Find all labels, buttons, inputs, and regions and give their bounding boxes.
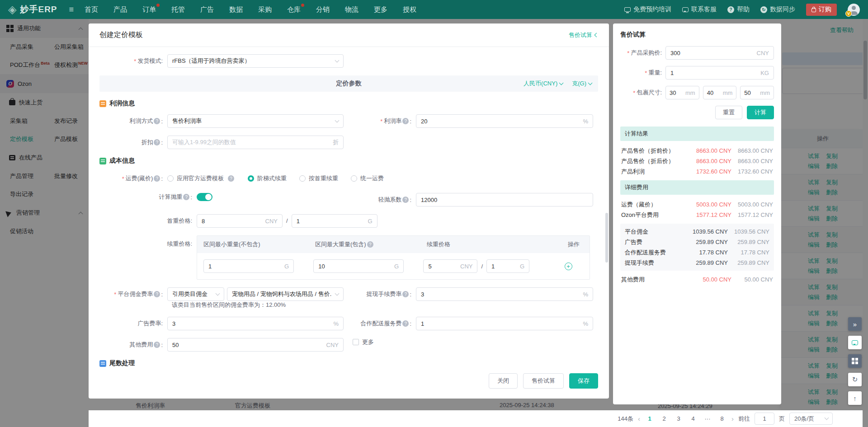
package-width-input[interactable]: 40mm xyxy=(703,86,737,99)
page-number[interactable]: 1 xyxy=(645,415,655,422)
help-link[interactable]: ?帮助 xyxy=(727,5,750,14)
weight-unit-select[interactable]: 克(G) xyxy=(572,80,592,88)
discount-input[interactable]: 可输入1-9.99之间的数值折 xyxy=(167,136,344,149)
nav-purchase[interactable]: 采购 xyxy=(258,5,272,14)
first-weight-price-input[interactable]: 8CNY xyxy=(197,214,283,228)
freight-option-tiered[interactable]: 阶梯式续重 xyxy=(248,174,287,183)
first-weight-amount-input[interactable]: 1G xyxy=(292,214,377,228)
refresh-button[interactable]: ↻ xyxy=(848,373,862,386)
help-icon[interactable]: ? xyxy=(154,175,160,182)
package-height-input[interactable]: 50mm xyxy=(740,86,774,99)
withdraw-rate-input[interactable]: 3% xyxy=(416,287,593,301)
commission-category-select[interactable]: 宠物用品 / 宠物饲料与农场用品 / 售价... xyxy=(227,287,344,301)
nav-authorization[interactable]: 授权 xyxy=(403,5,416,14)
prev-page-button[interactable]: ‹ xyxy=(638,415,640,422)
freight-option-uniform[interactable]: 统一运费 xyxy=(351,174,384,183)
sub-detail-row: 平台佣金 1039.56 CNY 1039.56 CNY xyxy=(624,226,770,237)
nav-distribution[interactable]: 分销 xyxy=(316,5,330,14)
help-icon[interactable]: ? xyxy=(154,342,160,348)
nav-logistics[interactable]: 物流 xyxy=(345,5,359,14)
result-value-gray: 8663.00 CNY xyxy=(731,158,773,164)
app-logo[interactable]: ◈ 妙手ERP xyxy=(8,4,57,15)
notification-dot xyxy=(301,4,304,7)
help-icon[interactable]: ? xyxy=(367,241,373,248)
delivery-fee-input[interactable]: 1% xyxy=(416,317,593,330)
next-page-button[interactable]: › xyxy=(731,415,734,422)
nav-data[interactable]: 数据 xyxy=(229,5,243,14)
collapse-panel-button[interactable]: » xyxy=(848,317,862,331)
add-row-button[interactable]: + xyxy=(565,263,572,270)
nav-hosting[interactable]: 托管 xyxy=(171,5,185,14)
nav-warehouse[interactable]: 仓库 xyxy=(287,5,301,14)
currency-select[interactable]: 人民币(CNY) xyxy=(524,80,563,88)
subscribe-button[interactable]: 订购 xyxy=(806,4,837,16)
help-icon[interactable]: ? xyxy=(402,291,409,297)
help-icon[interactable]: ? xyxy=(154,139,160,145)
package-length-input[interactable]: 30mm xyxy=(665,86,699,99)
goto-label: 前往 xyxy=(738,415,750,423)
nav-products[interactable]: 产品 xyxy=(113,5,127,14)
package-size-label: 包裹尺寸: xyxy=(620,89,665,97)
page-number[interactable]: 4 xyxy=(688,415,698,422)
menu-toggle-icon[interactable]: ≡ xyxy=(69,5,74,14)
trial-calc-button[interactable]: 售价试算 xyxy=(523,373,564,389)
throw-weight-toggle[interactable] xyxy=(197,193,212,201)
page-number[interactable]: 3 xyxy=(674,415,684,422)
save-button[interactable]: 保存 xyxy=(569,373,598,389)
continue-price-header: 续重价格 xyxy=(427,240,558,249)
nav-orders[interactable]: 订单 xyxy=(142,5,156,14)
continue-weight-table-row: 1G 10G 5CNY / 1G + xyxy=(197,253,590,279)
calculate-button[interactable]: 计算 xyxy=(747,106,774,119)
withdraw-rate-label: 提现手续费率?: xyxy=(353,290,416,298)
customer-chat-button[interactable] xyxy=(848,336,862,349)
page-number[interactable]: 8 xyxy=(717,415,727,422)
help-icon[interactable]: ? xyxy=(402,118,409,124)
continue-price-input[interactable]: 5CNY xyxy=(423,259,477,273)
back-to-top-button[interactable]: ↑ xyxy=(848,391,862,405)
freight-option-official[interactable]: 应用官方运费模板? xyxy=(167,174,235,183)
training-link[interactable]: 免费预约培训 xyxy=(624,5,671,14)
goto-page-input[interactable]: 1 xyxy=(755,413,774,425)
apps-button[interactable] xyxy=(848,354,862,368)
continue-per-weight-input[interactable]: 1G xyxy=(486,259,529,273)
nav-more[interactable]: 更多 xyxy=(374,5,387,14)
avatar[interactable]: V xyxy=(848,4,860,16)
max-weight-input[interactable]: 10G xyxy=(313,259,404,273)
scrollbar-thumb[interactable] xyxy=(605,213,608,263)
ad-rate-input[interactable]: 3% xyxy=(167,317,344,330)
help-icon[interactable]: ? xyxy=(402,320,409,327)
freight-option-first-continue[interactable]: 按首重续重 xyxy=(299,174,338,183)
weight-input[interactable]: 1KG xyxy=(665,66,774,80)
trial-panel-toggle[interactable]: 售价试算 xyxy=(569,31,598,39)
shipping-mode-select[interactable]: rFBS（适用于跨境自营卖家） xyxy=(167,54,344,68)
commission-type-select[interactable]: 引用类目佣金 xyxy=(167,287,224,301)
profit-method-select[interactable]: 售价利润率 xyxy=(167,114,344,128)
purchase-price-input[interactable]: 300CNY xyxy=(665,46,774,60)
light-factor-input[interactable]: 12000 xyxy=(416,193,593,206)
detail-row: 其他费用 50.00 CNY 50.00 CNY xyxy=(620,274,774,285)
page-number[interactable]: 2 xyxy=(659,415,669,422)
detail-value-gray: 50.00 CNY xyxy=(731,276,773,283)
help-icon[interactable]: ? xyxy=(402,197,409,203)
modal-scrollbar[interactable] xyxy=(605,74,608,341)
sub-detail-row: 提现手续费 259.89 CNY 259.89 CNY xyxy=(624,258,770,268)
help-icon[interactable]: ? xyxy=(183,194,189,200)
page-ellipsis[interactable]: ··· xyxy=(703,415,712,422)
help-icon[interactable]: ? xyxy=(154,291,160,297)
min-weight-input[interactable]: 1G xyxy=(203,259,294,273)
nav-home[interactable]: 首页 xyxy=(85,5,98,14)
profit-rate-input[interactable]: 20% xyxy=(416,114,593,128)
help-icon[interactable]: ? xyxy=(154,118,160,124)
page-size-select[interactable]: 20条/页 xyxy=(789,413,833,425)
chevron-down-icon xyxy=(588,80,593,85)
close-button[interactable]: 关闭 xyxy=(489,373,518,389)
other-fee-input[interactable]: 50CNY xyxy=(167,338,344,352)
support-link[interactable]: 联系客服 xyxy=(682,5,717,14)
data-sync-link[interactable]: ↻数据同步 xyxy=(760,5,795,14)
price-trial-panel: 售价试算 产品采购价: 300CNY 重量: 1KG 包裹尺寸: 30mm 40… xyxy=(613,23,781,404)
more-checkbox[interactable] xyxy=(353,339,359,345)
nav-ads[interactable]: 广告 xyxy=(200,5,214,14)
help-icon[interactable]: ? xyxy=(228,175,234,182)
reset-button[interactable]: 重置 xyxy=(715,106,742,119)
sub-detail-row: 合作配送服务费 17.78 CNY 17.78 CNY xyxy=(624,247,770,258)
